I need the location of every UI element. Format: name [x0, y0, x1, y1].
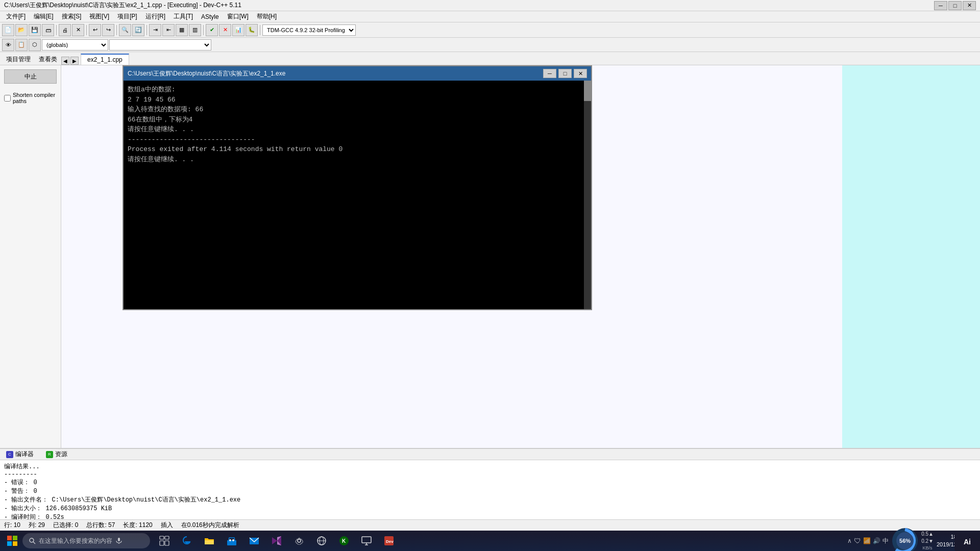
open-file-button[interactable]: 📂 [15, 24, 28, 36]
tilewin-button[interactable]: ▦ [176, 24, 188, 36]
menu-help[interactable]: 帮助[H] [253, 11, 281, 22]
menu-tools[interactable]: 工具[T] [169, 11, 197, 22]
terminal-close-button[interactable]: ✕ [574, 69, 587, 78]
compiler-selector[interactable]: TDM-GCC 4.9.2 32-bit Profiling [262, 24, 356, 36]
cascwin-button[interactable]: ▥ [189, 24, 201, 36]
bottom-panel: C 编译器 R 资源 编译结果... --------- - 错误： 0 - 警… [0, 448, 980, 531]
stop-compile-button[interactable]: ✕ [219, 24, 231, 36]
close-button[interactable]: ✕ [963, 1, 976, 10]
compile-separator: --------- [4, 471, 976, 478]
edge-browser-button[interactable] [177, 531, 197, 551]
bottom-panel-tabs: C 编译器 R 资源 [0, 449, 980, 460]
tab-next-button[interactable]: ▶ [70, 57, 79, 65]
settings-button[interactable] [289, 531, 309, 551]
maximize-button[interactable]: □ [948, 1, 962, 10]
menu-run[interactable]: 运行[R] [141, 11, 169, 22]
menu-file[interactable]: 文件[F] [2, 11, 30, 22]
stop-button[interactable]: 中止 [4, 69, 57, 84]
toolbar-separator-2 [86, 25, 87, 35]
devpp-button[interactable]: Dev [379, 531, 399, 551]
find-button[interactable]: 🔍 [119, 24, 131, 36]
svg-point-20 [298, 539, 301, 542]
toolbar-row1: 📄 📂 💾 🗃 🖨 ✕ ↩ ↪ 🔍 🔄 ⇥ ⇤ ▦ ▥ ✔ ✕ 📊 🐛 TDM-… [0, 22, 980, 38]
network-upload: 0.5▲ [921, 531, 934, 538]
browser-button[interactable] [311, 531, 332, 551]
terminal-scrollbar[interactable] [584, 81, 591, 309]
save-all-button[interactable]: 🗃 [42, 24, 54, 36]
redo-button[interactable]: ↪ [102, 24, 114, 36]
toolbar-row2: 👁 📋 ⬡ (globals) [0, 38, 980, 52]
compiler-tab[interactable]: C 编译器 [2, 449, 38, 460]
class-browser-button[interactable]: 📋 [15, 39, 28, 51]
svg-rect-3 [13, 541, 17, 546]
resource-icon: R [46, 451, 53, 458]
k-app-button[interactable]: K [334, 531, 354, 551]
title-controls: ─ □ ✕ [934, 1, 976, 10]
chart-button[interactable]: 📊 [232, 24, 244, 36]
replace-button[interactable]: 🔄 [132, 24, 144, 36]
output-file-line: - 输出文件名： C:\Users\王俊辉\Desktop\nuist\C语言\… [4, 495, 976, 504]
terminal-scroll-thumb[interactable] [584, 81, 591, 101]
editor-area: C:\Users\王俊辉\Desktop\nuist\C语言\实验五\ex2_1… [61, 65, 980, 448]
bottom-panel-content: 编译结果... --------- - 错误： 0 - 警告： 0 - 输出文件… [0, 460, 980, 522]
minimize-button[interactable]: ─ [934, 1, 947, 10]
undo-button[interactable]: ↩ [89, 24, 101, 36]
status-parse: 在0.016秒内完成解析 [181, 521, 239, 530]
taskbar-search-bar[interactable]: 在这里输入你要搜索的内容 [22, 533, 150, 548]
compile-button[interactable]: ✔ [206, 24, 218, 36]
store-button[interactable] [222, 531, 242, 551]
taskbar-apps: K Dev [154, 531, 399, 551]
tab-bar: 项目管理 查看类 ◀ ▶ ex2_1_1.cpp [0, 52, 980, 65]
menu-edit[interactable]: 编辑[E] [30, 11, 58, 22]
shorten-paths-checkbox-label[interactable]: Shorten compiler paths [4, 92, 57, 104]
menu-project[interactable]: 项目[P] [113, 11, 141, 22]
project-manager-label[interactable]: 项目管理 [2, 54, 35, 65]
mail-button[interactable] [244, 531, 264, 551]
network-icon[interactable]: 📶 [863, 537, 871, 544]
close-button2[interactable]: ✕ [72, 24, 84, 36]
tab-prev-button[interactable]: ◀ [61, 57, 69, 65]
debug-button[interactable]: 🐛 [246, 24, 258, 36]
warning-line: - 警告： 0 [4, 487, 976, 495]
resource-tab[interactable]: R 资源 [42, 449, 71, 460]
task-view-button[interactable] [154, 531, 175, 551]
terminal-body: 数组a中的数据: 2 7 19 45 66 输入待查找的数据项: 66 66在数… [124, 81, 591, 309]
globals-dropdown[interactable]: (globals) [42, 39, 108, 51]
indent-button[interactable]: ⇥ [149, 24, 161, 36]
add-watch-button[interactable]: 👁 [2, 39, 14, 51]
terminal-line-8: Process exited after 4.114 seconds with … [128, 144, 587, 155]
menu-window[interactable]: 窗口[W] [223, 11, 253, 22]
terminal-line-3: 输入待查找的数据项: 66 [128, 105, 587, 115]
print-button[interactable]: 🖨 [59, 24, 71, 36]
tab-ex2-1-1[interactable]: ex2_1_1.cpp [81, 54, 129, 65]
shorten-paths-checkbox[interactable] [4, 95, 11, 102]
cpu-widget: 56% [892, 528, 918, 551]
menu-search[interactable]: 搜索[S] [58, 11, 86, 22]
ai-label[interactable]: Ai [954, 533, 980, 551]
input-method-label[interactable]: 中 [883, 537, 889, 545]
status-selected: 已选择: 0 [53, 521, 78, 530]
svg-rect-2 [7, 541, 12, 546]
volume-icon[interactable]: 🔊 [873, 537, 880, 544]
menu-view[interactable]: 视图[V] [85, 11, 113, 22]
tray-expand-button[interactable]: ∧ [847, 537, 852, 544]
terminal-minimize-button[interactable]: ─ [543, 69, 556, 78]
svg-point-14 [232, 539, 234, 541]
toggle-button[interactable]: ⬡ [29, 39, 41, 51]
terminal-window[interactable]: C:\Users\王俊辉\Desktop\nuist\C语言\实验五\ex2_1… [122, 65, 592, 310]
monitor-button[interactable] [356, 531, 377, 551]
menu-astyle[interactable]: AStyle [197, 12, 223, 21]
visual-studio-button[interactable] [266, 531, 287, 551]
terminal-title-text: C:\Users\王俊辉\Desktop\nuist\C语言\实验五\ex2_1… [128, 69, 285, 78]
unindent-button[interactable]: ⇤ [162, 24, 175, 36]
file-explorer-button[interactable] [199, 531, 219, 551]
terminal-restore-button[interactable]: □ [558, 69, 572, 78]
svg-rect-9 [165, 536, 169, 539]
new-file-button[interactable]: 📄 [2, 24, 14, 36]
view-class-label[interactable]: 查看类 [35, 54, 61, 65]
status-insert: 插入 [161, 521, 173, 530]
security-icon[interactable]: 🛡 [854, 537, 861, 545]
start-button[interactable] [2, 531, 22, 551]
save-file-button[interactable]: 💾 [29, 24, 41, 36]
function-dropdown[interactable] [109, 39, 211, 51]
